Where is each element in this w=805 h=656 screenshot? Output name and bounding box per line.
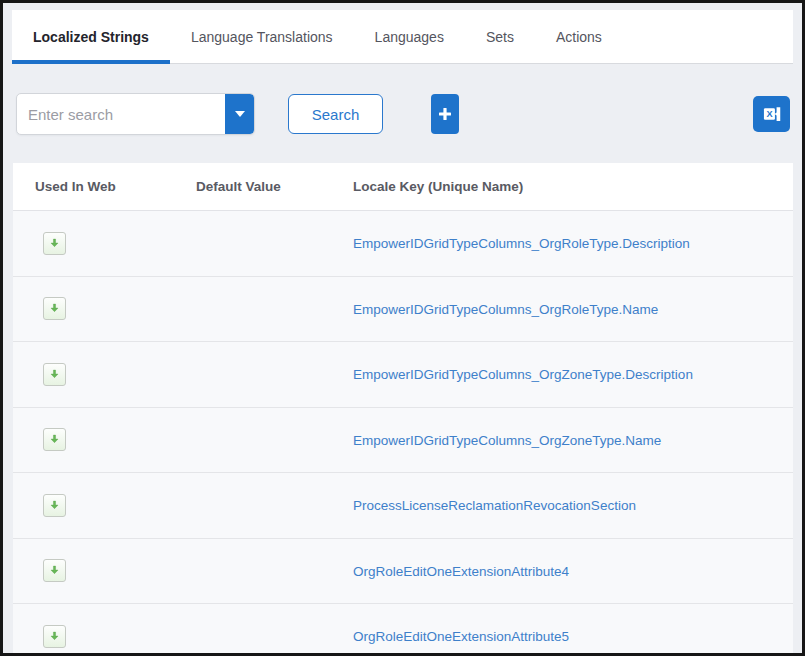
table-row: OrgRoleEditOneExtensionAttribute4 [13, 539, 793, 605]
used-in-web-cell [35, 428, 196, 451]
search-group [16, 93, 255, 135]
column-header-used-in-web: Used In Web [35, 179, 196, 194]
used-in-web-cell [35, 494, 196, 517]
table-row: EmpowerIDGridTypeColumns_OrgRoleType.Des… [13, 211, 793, 277]
locale-key-link[interactable]: EmpowerIDGridTypeColumns_OrgZoneType.Des… [353, 367, 693, 382]
used-in-web-button[interactable] [43, 494, 66, 517]
locale-key-link[interactable]: OrgRoleEditOneExtensionAttribute5 [353, 629, 569, 644]
used-in-web-cell [35, 297, 196, 320]
tab-actions[interactable]: Actions [535, 10, 623, 63]
download-arrow-icon [48, 564, 61, 577]
caret-down-icon [235, 111, 245, 117]
download-arrow-icon [48, 368, 61, 381]
locale-key-link[interactable]: EmpowerIDGridTypeColumns_OrgZoneType.Nam… [353, 433, 661, 448]
locale-key-link[interactable]: OrgRoleEditOneExtensionAttribute4 [353, 564, 569, 579]
download-arrow-icon [48, 237, 61, 250]
localized-strings-table: Used In Web Default Value Locale Key (Un… [13, 163, 793, 656]
add-button[interactable] [431, 94, 459, 134]
table-row: EmpowerIDGridTypeColumns_OrgZoneType.Nam… [13, 408, 793, 474]
used-in-web-button[interactable] [43, 232, 66, 255]
used-in-web-button[interactable] [43, 559, 66, 582]
locale-key-cell: EmpowerIDGridTypeColumns_OrgZoneType.Des… [353, 365, 793, 383]
plus-icon [438, 107, 452, 121]
download-arrow-icon [48, 630, 61, 643]
locale-key-cell: OrgRoleEditOneExtensionAttribute5 [353, 627, 793, 645]
table-row: EmpowerIDGridTypeColumns_OrgZoneType.Des… [13, 342, 793, 408]
used-in-web-button[interactable] [43, 297, 66, 320]
tab-label: Sets [486, 29, 514, 45]
locale-key-cell: ProcessLicenseReclamationRevocationSecti… [353, 496, 793, 514]
tab-language-translations[interactable]: Language Translations [170, 10, 354, 63]
tab-label: Languages [375, 29, 444, 45]
locale-key-cell: EmpowerIDGridTypeColumns_OrgZoneType.Nam… [353, 431, 793, 449]
tab-localized-strings[interactable]: Localized Strings [12, 10, 170, 63]
table-row: EmpowerIDGridTypeColumns_OrgRoleType.Nam… [13, 277, 793, 343]
download-arrow-icon [48, 433, 61, 446]
svg-text:X: X [766, 109, 773, 119]
table-row: ProcessLicenseReclamationRevocationSecti… [13, 473, 793, 539]
tab-label: Language Translations [191, 29, 333, 45]
search-button[interactable]: Search [288, 94, 383, 134]
table-header-row: Used In Web Default Value Locale Key (Un… [13, 163, 793, 211]
download-arrow-icon [48, 499, 61, 512]
used-in-web-button[interactable] [43, 428, 66, 451]
tab-bar: Localized Strings Language Translations … [12, 10, 793, 64]
search-input[interactable] [17, 94, 225, 134]
tab-sets[interactable]: Sets [465, 10, 535, 63]
table-row: OrgRoleEditOneExtensionAttribute5 [13, 604, 793, 656]
used-in-web-button[interactable] [43, 363, 66, 386]
search-options-dropdown-button[interactable] [225, 94, 254, 134]
used-in-web-cell [35, 625, 196, 648]
locale-key-link[interactable]: ProcessLicenseReclamationRevocationSecti… [353, 498, 636, 513]
locale-key-link[interactable]: EmpowerIDGridTypeColumns_OrgRoleType.Des… [353, 236, 690, 251]
column-header-default-value: Default Value [196, 179, 353, 194]
table-body: EmpowerIDGridTypeColumns_OrgRoleType.Des… [13, 211, 793, 656]
locale-key-cell: EmpowerIDGridTypeColumns_OrgRoleType.Des… [353, 234, 793, 252]
used-in-web-cell [35, 232, 196, 255]
used-in-web-cell [35, 363, 196, 386]
used-in-web-button[interactable] [43, 625, 66, 648]
search-toolbar: Search X [16, 93, 790, 135]
locale-key-cell: EmpowerIDGridTypeColumns_OrgRoleType.Nam… [353, 300, 793, 318]
tab-languages[interactable]: Languages [354, 10, 465, 63]
app-window: Localized Strings Language Translations … [0, 0, 805, 656]
column-header-locale-key: Locale Key (Unique Name) [353, 179, 793, 194]
excel-export-icon: X [761, 103, 783, 125]
locale-key-link[interactable]: EmpowerIDGridTypeColumns_OrgRoleType.Nam… [353, 302, 658, 317]
tab-label: Localized Strings [33, 29, 149, 45]
locale-key-cell: OrgRoleEditOneExtensionAttribute4 [353, 562, 793, 580]
tab-label: Actions [556, 29, 602, 45]
download-arrow-icon [48, 302, 61, 315]
used-in-web-cell [35, 559, 196, 582]
export-excel-button[interactable]: X [753, 96, 790, 132]
